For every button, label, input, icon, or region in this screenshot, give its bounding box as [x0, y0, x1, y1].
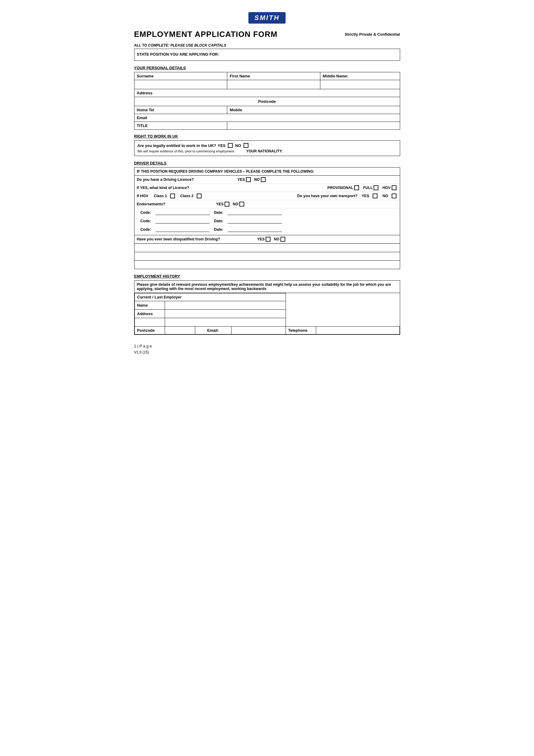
emp-name-value[interactable]: [165, 301, 286, 310]
own-transport-yes-checkbox[interactable]: [373, 194, 377, 198]
rtw-question-row: Are you legally entitled to work in the …: [138, 143, 397, 148]
rtw-note: We will require evidence of this, prior …: [138, 149, 234, 153]
emp-telephone-value[interactable]: [316, 327, 399, 335]
postcode-row[interactable]: Postcode: [134, 97, 400, 106]
logo-box: SMITH: [248, 12, 286, 24]
licence-no-label: NO: [254, 177, 260, 182]
table-row: Name: [135, 301, 399, 310]
licence-type-row: If YES, what kind of Licence? PROVISIONA…: [135, 184, 400, 192]
emp-email-label: Email:: [195, 327, 231, 335]
confidential-text: Strictly Private & Confidential: [345, 30, 400, 37]
disq-yes-checkbox[interactable]: [266, 237, 270, 242]
footer: 1 | P a g e V1.0 (15): [134, 344, 400, 354]
date-label-1: Date:: [214, 210, 223, 215]
title-row: EMPLOYMENT APPLICATION FORM Strictly Pri…: [134, 30, 400, 39]
emp-address-label-2: [135, 318, 165, 327]
endorsements-yes-checkbox[interactable]: [224, 202, 229, 206]
emp-postcode-value[interactable]: [165, 327, 195, 335]
middlename-value[interactable]: [320, 80, 400, 89]
endorse-row-2: Code: Date:: [135, 217, 400, 225]
rtw-heading: RIGHT TO WORK IN UK: [134, 134, 400, 139]
personal-details-table: Surname First Name Middle Name: Address …: [134, 72, 400, 130]
logo-container: SMITH: [134, 12, 400, 24]
email-label: Email: [134, 114, 400, 122]
rtw-yes-checkbox[interactable]: [228, 143, 233, 148]
title-label: TITLE: [134, 122, 227, 130]
endorsements-question: Endorsements?: [137, 202, 165, 206]
endorsements-row: Endorsements? YES NO: [135, 200, 400, 208]
middlename-label: Middle Name:: [320, 72, 400, 80]
surname-label: Surname: [134, 72, 227, 80]
address-label[interactable]: Address: [134, 89, 400, 97]
licence-yes-checkbox[interactable]: [246, 177, 251, 182]
date-value-3[interactable]: [228, 227, 282, 232]
emp-name-label: Name: [135, 301, 165, 310]
code-value-1[interactable]: [155, 210, 210, 215]
rtw-no-checkbox[interactable]: [243, 143, 248, 148]
surname-value[interactable]: [134, 80, 227, 89]
provisional-label: PROVISIONAL: [327, 186, 353, 190]
table-row: [135, 318, 399, 327]
licence-yes-label: YES: [238, 177, 245, 182]
date-value-2[interactable]: [228, 219, 282, 224]
licence-no-checkbox[interactable]: [261, 177, 266, 182]
own-transport-yes-label: YES: [362, 194, 369, 198]
table-row: Postcode: [134, 97, 400, 106]
emp-email-value[interactable]: [231, 327, 286, 335]
page-number: 1 | P a g e: [134, 344, 400, 348]
endorsements-no-label: NO: [233, 202, 239, 206]
code-label-1: Code:: [140, 210, 151, 215]
rtw-no-label: NO: [235, 143, 241, 148]
date-value-1[interactable]: [228, 210, 282, 215]
rtw-box: Are you legally entitled to work in the …: [134, 140, 400, 156]
class2-label: Class 2: [180, 194, 193, 198]
provisional-checkbox[interactable]: [354, 185, 359, 190]
hometel-label: Home Tel: [134, 106, 227, 114]
code-value-3[interactable]: [155, 227, 210, 232]
class1-label: Class 1: [154, 194, 167, 198]
licence-row: Do you have a Driving Licence? YES NO: [135, 176, 400, 184]
date-label-3: Date:: [214, 228, 223, 231]
address-label-text: Address: [137, 91, 153, 95]
current-employer-label: Current / Last Employer: [135, 293, 286, 301]
table-row: Address: [134, 89, 400, 97]
table-row: Postcode Email: Telephone: [135, 327, 399, 335]
class2-checkbox[interactable]: [197, 194, 202, 198]
position-box[interactable]: STATE POSITION YOU ARE APPLYING FOR:: [134, 49, 400, 61]
table-row: [134, 80, 400, 89]
licence-type-question: If YES, what kind of Licence?: [137, 186, 189, 190]
disq-no-checkbox[interactable]: [280, 237, 285, 242]
emp-address-value-2[interactable]: [165, 318, 286, 327]
employment-history-heading: EMPLOYMENT HISTORY: [134, 274, 400, 279]
own-transport-no-checkbox[interactable]: [392, 194, 396, 198]
hgv-checkbox[interactable]: [392, 185, 396, 190]
hgv-class-label: If HGV: [137, 194, 148, 198]
empty-row-3: [135, 260, 400, 269]
employment-table: Current / Last Employer Name Address Pos…: [135, 293, 400, 335]
employment-history-box: Please give details of relevant previous…: [134, 280, 400, 335]
own-transport-question: Do you have your own transport?: [297, 194, 357, 198]
hgv-class-row: If HGV Class 1 Class 2 Do you have your …: [135, 192, 400, 200]
disqualified-row: Have you ever been disqualified from Dri…: [135, 235, 400, 243]
endorsements-no-checkbox[interactable]: [239, 202, 244, 206]
emp-address-value-1[interactable]: [165, 310, 286, 318]
disqualified-question: Have you ever been disqualified from Dri…: [137, 237, 220, 241]
own-transport-no-label: NO: [383, 194, 388, 198]
disq-yes-label: YES: [257, 237, 265, 241]
full-checkbox[interactable]: [373, 185, 378, 190]
personal-details-heading: YOUR PERSONAL DETAILS: [134, 66, 400, 70]
firstname-value[interactable]: [227, 80, 320, 89]
table-row: Surname First Name Middle Name:: [134, 72, 400, 80]
nationality-label: YOUR NATIONALITY:: [246, 149, 283, 153]
code-value-2[interactable]: [155, 219, 210, 224]
title-value[interactable]: [227, 122, 400, 130]
rtw-yes-label: YES: [217, 143, 225, 148]
emp-telephone-label: Telephone: [286, 327, 316, 335]
table-row: Home Tel Mobile: [134, 106, 400, 114]
code-label-3: Code:: [140, 228, 151, 231]
emp-postcode-label: Postcode: [135, 327, 165, 335]
class1-checkbox[interactable]: [170, 194, 175, 198]
version: V1.0 (15): [134, 350, 400, 354]
licence-question: Do you have a Driving Licence?: [137, 177, 194, 182]
endorse-row-3: Code: Date:: [135, 225, 400, 234]
